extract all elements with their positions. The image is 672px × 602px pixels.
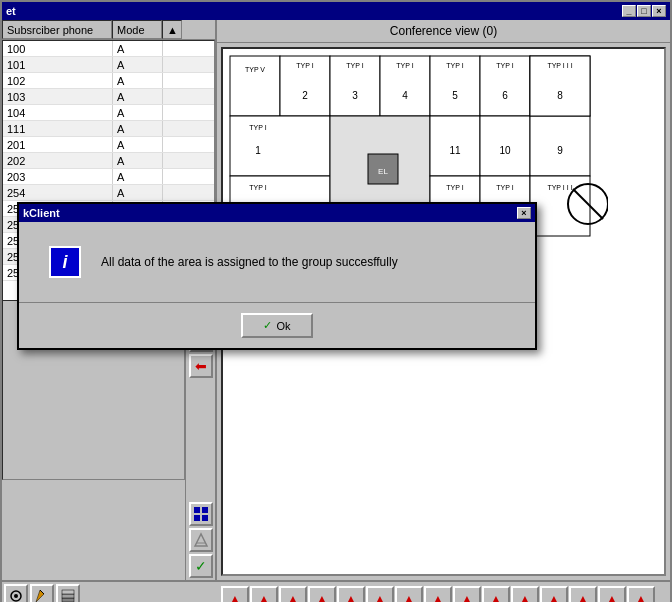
dialog-overlay: kClient × i All data of the area is assi… [2, 2, 670, 600]
dialog-footer: ✓ Ok [19, 302, 535, 348]
dialog-body: i All data of the area is assigned to th… [19, 222, 535, 302]
dialog-close-btn[interactable]: × [517, 207, 531, 219]
ok-button[interactable]: ✓ Ok [241, 313, 312, 338]
info-icon: i [49, 246, 81, 278]
dialog-title-bar: kClient × [19, 204, 535, 222]
main-window: et _ □ × Subsrciber phone Mode ▲ [0, 0, 672, 602]
dialog-message: All data of the area is assigned to the … [101, 255, 398, 269]
dialog-title: kClient [23, 207, 60, 219]
kclient-dialog: kClient × i All data of the area is assi… [17, 202, 537, 350]
